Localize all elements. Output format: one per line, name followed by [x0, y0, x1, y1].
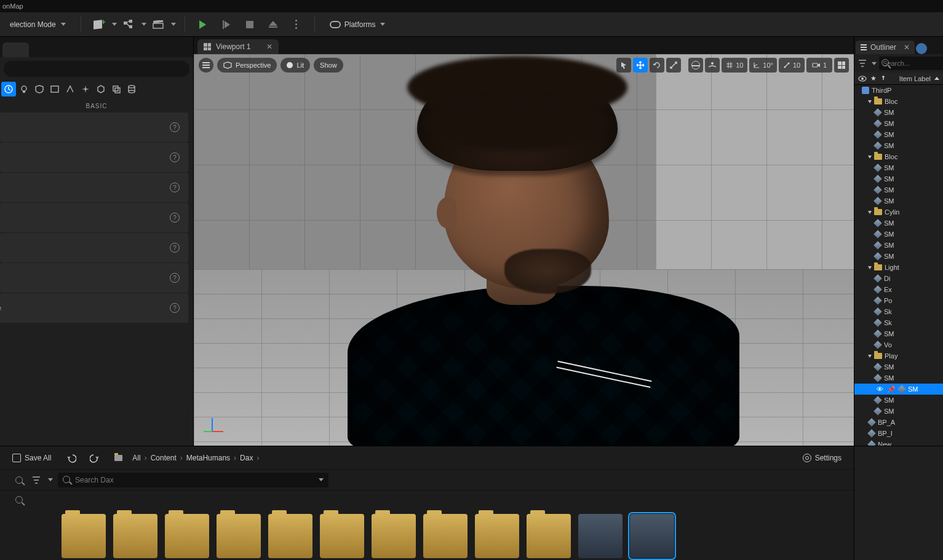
outliner-row[interactable]: BP_I: [854, 428, 943, 439]
help-icon[interactable]: ?: [170, 152, 180, 162]
outliner-row[interactable]: SM: [854, 229, 943, 240]
left-panel-tab[interactable]: [2, 42, 29, 57]
outliner-row[interactable]: SM: [854, 129, 943, 140]
disclosure-icon[interactable]: [868, 156, 872, 159]
disclosure-icon[interactable]: [868, 211, 872, 214]
angle-snap[interactable]: 10°: [749, 58, 777, 73]
outliner-tree[interactable]: ThirdPBlocSMSMSMSMBlocSMSMSMSMCylinSMSMS…: [854, 85, 943, 446]
asset-thumb[interactable]: [578, 514, 623, 558]
cinematics-button[interactable]: [149, 16, 167, 33]
settings-button[interactable]: Settings: [797, 450, 848, 466]
folder-thumb[interactable]: [423, 514, 468, 558]
outliner-row[interactable]: SM: [854, 395, 943, 406]
eject-button[interactable]: [264, 16, 282, 33]
outliner-row[interactable]: Ex: [854, 284, 943, 295]
category-all[interactable]: [109, 82, 124, 97]
lit-dropdown[interactable]: Lit: [281, 58, 310, 73]
close-tab-button[interactable]: ✕: [266, 42, 273, 51]
breadcrumb-item[interactable]: MetaHumans: [186, 454, 230, 462]
chevron-down-icon[interactable]: [319, 478, 324, 481]
folder-thumb[interactable]: [268, 514, 312, 558]
content-search[interactable]: [58, 473, 328, 487]
breadcrumb-item[interactable]: Dax: [240, 454, 253, 462]
viewport-tab[interactable]: Viewport 1 ✕: [197, 39, 279, 54]
actor-row[interactable]: ?: [0, 173, 188, 202]
asset-thumb-selected[interactable]: [630, 514, 674, 558]
star-icon[interactable]: ★: [870, 74, 877, 82]
category-extra[interactable]: [124, 82, 139, 97]
category-basic[interactable]: [17, 82, 31, 97]
actor-row[interactable]: ?: [0, 233, 188, 262]
breadcrumb-item[interactable]: All: [132, 454, 140, 462]
outliner-row[interactable]: SM: [854, 240, 943, 251]
disclosure-icon[interactable]: [868, 266, 872, 269]
help-icon[interactable]: ?: [170, 303, 180, 313]
asset-grid[interactable]: [0, 509, 854, 560]
filter-button[interactable]: [31, 475, 42, 486]
actor-row[interactable]: ?: [0, 203, 188, 232]
show-dropdown[interactable]: Show: [314, 58, 343, 73]
perspective-dropdown[interactable]: Perspective: [217, 58, 277, 73]
outliner-row[interactable]: SM: [854, 373, 943, 384]
actor-row[interactable]: ?: [0, 143, 188, 172]
help-icon[interactable]: ?: [170, 183, 180, 192]
outliner-row[interactable]: SM: [854, 140, 943, 151]
category-recent[interactable]: [1, 82, 16, 97]
history-forward-button[interactable]: [86, 449, 104, 467]
outliner-row[interactable]: SM: [854, 184, 943, 195]
category-geometry[interactable]: [78, 82, 93, 97]
viewport-options-button[interactable]: [199, 58, 213, 73]
outliner-row[interactable]: Sk: [854, 317, 943, 328]
outliner-row[interactable]: ThirdP: [854, 85, 943, 96]
outliner-row[interactable]: SM: [854, 406, 943, 417]
actor-row[interactable]: ?: [0, 263, 188, 293]
help-icon[interactable]: ?: [170, 122, 180, 132]
grid-snap[interactable]: 10: [722, 58, 747, 73]
folder-thumb[interactable]: [475, 514, 519, 558]
disclosure-icon[interactable]: [868, 355, 872, 358]
outliner-row[interactable]: Di: [854, 273, 943, 284]
camera-speed[interactable]: 1: [806, 58, 832, 73]
outliner-header[interactable]: ★ Item Label: [854, 73, 943, 85]
folder-thumb[interactable]: [165, 514, 209, 558]
outliner-row[interactable]: Bloc: [854, 96, 943, 107]
outliner-tab[interactable]: Outliner ✕: [856, 41, 915, 54]
disclosure-icon[interactable]: [868, 100, 872, 103]
category-visual[interactable]: [63, 82, 78, 97]
eye-icon[interactable]: [858, 76, 867, 82]
pin-icon[interactable]: [880, 75, 886, 82]
chevron-down-icon[interactable]: [171, 23, 176, 26]
chevron-down-icon[interactable]: [872, 62, 877, 65]
add-content-button[interactable]: +: [90, 16, 108, 33]
outliner-row[interactable]: SM: [854, 218, 943, 229]
outliner-row[interactable]: SM: [854, 361, 943, 373]
outliner-row[interactable]: SM: [854, 251, 943, 262]
outliner-row[interactable]: Cylin: [854, 207, 943, 218]
outliner-row[interactable]: Play: [854, 350, 943, 361]
help-icon[interactable]: ?: [170, 273, 180, 283]
surface-snap-toggle[interactable]: [705, 58, 720, 73]
folder-thumb[interactable]: [372, 514, 416, 558]
outliner-row[interactable]: SM: [854, 118, 943, 129]
category-volumes[interactable]: [94, 82, 108, 97]
outliner-row[interactable]: New: [854, 439, 943, 446]
category-lights[interactable]: [32, 82, 47, 97]
save-all-button[interactable]: Save All: [6, 450, 57, 466]
translate-tool[interactable]: [633, 58, 648, 73]
outliner-row[interactable]: SM: [854, 195, 943, 207]
outliner-row[interactable]: SM: [854, 107, 943, 118]
outliner-row[interactable]: Light: [854, 262, 943, 273]
outliner-row[interactable]: Po: [854, 295, 943, 306]
outliner-row[interactable]: SM: [854, 162, 943, 173]
chevron-down-icon[interactable]: [48, 478, 53, 481]
selection-mode-dropdown[interactable]: election Mode: [4, 16, 72, 33]
breadcrumb-item[interactable]: Content: [151, 454, 177, 462]
blueprints-button[interactable]: [119, 16, 138, 33]
help-icon[interactable]: ?: [170, 243, 180, 253]
scale-snap[interactable]: 10: [779, 58, 805, 73]
viewport-layout-button[interactable]: [834, 58, 849, 73]
rotate-tool[interactable]: [650, 58, 664, 73]
step-button[interactable]: [217, 16, 236, 33]
folder-thumb[interactable]: [113, 514, 157, 558]
play-options-button[interactable]: [287, 16, 306, 33]
